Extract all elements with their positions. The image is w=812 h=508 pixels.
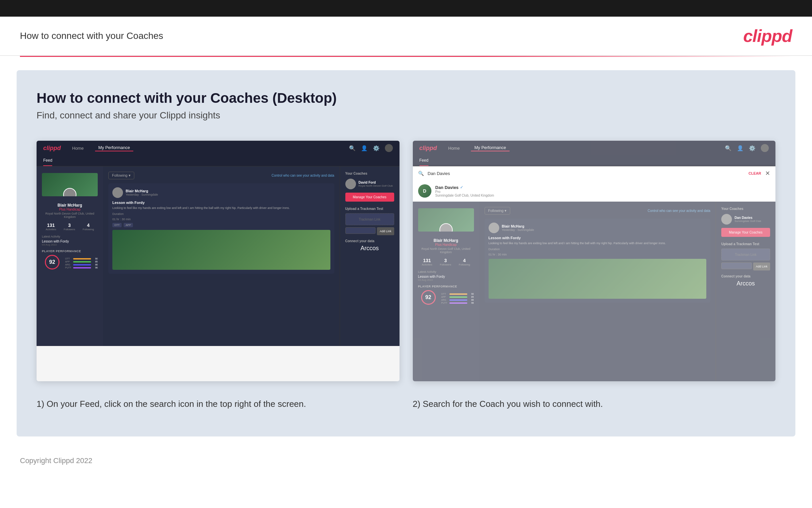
post-title: Lesson with Fordy [112, 201, 330, 205]
app-navbar: clippd Home My Performance 🔍 👤 ⚙️ [37, 141, 399, 155]
coach-avatar [345, 179, 356, 189]
perf-bars: OTT90 APP85 ARG86 PUTT96 [65, 257, 98, 269]
activity-date: 03 Aug 2022 [42, 243, 98, 246]
post-tags: OTT APP [112, 223, 330, 227]
post-image [112, 230, 330, 270]
manage-coaches-button-2: Manage Your Coaches [721, 228, 770, 237]
trackman-input[interactable] [345, 227, 376, 234]
trackman-input-2 [721, 262, 752, 269]
post-header: Blair McHarg Yesterday · Sunningdale [112, 187, 330, 198]
connect-title: Connect your data [345, 239, 394, 243]
followers-label: Followers [64, 228, 75, 231]
feed-panel: Following ▾ Control who can see your act… [103, 166, 340, 346]
search-bar-overlay: 🔍 CLEAR ✕ [413, 166, 776, 180]
nav-home[interactable]: Home [69, 146, 87, 151]
page-title: How to connect with your Coaches [20, 31, 163, 41]
step1-text: 1) On your Feed, click on the search ico… [37, 398, 399, 410]
add-link-button-2: Add Link [753, 262, 770, 270]
coaches-panel: Your Coaches David Ford Royal North Devo… [340, 166, 399, 346]
search-icon[interactable]: 🔍 [349, 145, 355, 152]
step2-text: 2) Search for the Coach you wish to conn… [413, 398, 776, 410]
coaches-panel-2: Your Coaches Dan Davies Sunningdale Golf… [716, 202, 775, 381]
coach-name: David Ford [359, 181, 393, 184]
feed-tab-bar: Feed [37, 155, 399, 166]
profile-club-2: Royal North Devon Golf Club, United King… [418, 247, 474, 254]
coach-item: David Ford Royal North Devon Golf Club [345, 179, 394, 189]
feed-post: Blair McHarg Yesterday · Sunningdale Les… [108, 183, 334, 274]
profile-handicap-2: Plus Handicap [418, 243, 474, 247]
profile-cover-2 [418, 208, 474, 231]
main-content: How to connect with your Coaches (Deskto… [17, 70, 795, 436]
profile-icon-2: 👤 [737, 145, 744, 152]
feed-post-2: Blair McHarg Yesterday · Sunningdale Les… [485, 219, 711, 303]
footer: Copyright Clippd 2022 [0, 450, 812, 472]
section-title: How to connect with your Coaches (Deskto… [37, 90, 775, 106]
post-author: Blair McHarg [126, 189, 158, 193]
post-body: Looking to feel like my hands are exitin… [112, 206, 330, 210]
section-subtitle: Find, connect and share your Clippd insi… [37, 110, 775, 121]
tag-off: OTT [112, 223, 122, 227]
following-count: 4 [83, 222, 94, 228]
following-label: Following [83, 228, 94, 231]
result-avatar: D [418, 184, 431, 198]
control-link[interactable]: Control who can see your activity and da… [272, 174, 334, 177]
profile-icon[interactable]: 👤 [361, 145, 368, 152]
coach-club-2: Sunningdale Golf Club [734, 220, 761, 222]
settings-icon-2: ⚙️ [749, 145, 756, 152]
search-result[interactable]: D Dan Davies ✓ Pro Sunningdale Golf Club… [413, 180, 776, 202]
result-role: Pro [435, 190, 494, 194]
nav-avatar[interactable] [385, 144, 393, 152]
search-overlay-container: 🔍 CLEAR ✕ D Dan Davies ✓ Pro Sunningdale… [413, 166, 776, 202]
profile-stats-2: 131Activities 3Followers 4Following [418, 258, 474, 266]
coach-club: Royal North Devon Golf Club [359, 184, 393, 187]
search-icon-overlay: 🔍 [418, 171, 424, 176]
post-meta: Yesterday · Sunningdale [126, 193, 158, 196]
search-icon-2: 🔍 [725, 145, 731, 152]
result-name-row: Dan Davies ✓ [435, 185, 494, 190]
following-button-2: Following ▾ [485, 207, 511, 215]
add-link-button[interactable]: Add Link [377, 227, 394, 235]
screenshot-2: clippd Home My Performance 🔍 👤 ⚙️ Feed 🔍 [413, 141, 776, 381]
app-logo-2: clippd [420, 145, 437, 152]
app-body: Blair McHarg Plus Handicap Royal North D… [37, 166, 399, 346]
screenshot-1: clippd Home My Performance 🔍 👤 ⚙️ Feed [37, 141, 399, 381]
accent-line [20, 56, 792, 57]
latest-activity-label: Latest Activity [42, 235, 98, 238]
feed-tab[interactable]: Feed [43, 155, 52, 166]
clippd-logo: clippd [743, 26, 792, 46]
verified-badge: ✓ [460, 185, 463, 189]
score-circle: 92 [45, 255, 59, 269]
top-bar [0, 0, 812, 17]
manage-coaches-button[interactable]: Manage Your Coaches [345, 193, 394, 202]
arccos-logo: Arccos [345, 245, 394, 252]
stat-followers: 3 Followers [64, 222, 75, 231]
stat-following: 4 Following [83, 222, 94, 231]
profile-name-2: Blair McHarg [418, 238, 474, 243]
coaches-title: Your Coaches [345, 172, 394, 175]
nav-icons: 🔍 👤 ⚙️ [349, 144, 393, 152]
header: How to connect with your Coaches clippd [0, 17, 812, 56]
close-button[interactable]: ✕ [765, 170, 770, 177]
profile-cover [42, 173, 98, 196]
activities-label: Activities [46, 228, 56, 231]
result-club: Sunningdale Golf Club, United Kingdom [435, 194, 494, 197]
stat-activities: 131 Activities [46, 222, 56, 231]
nav-my-performance[interactable]: My Performance [95, 145, 133, 152]
post-duration-value: 01 hr : 30 min [112, 218, 330, 221]
feed-panel-2: Following ▾ Control who can see your act… [479, 202, 716, 381]
app-navbar-2: clippd Home My Performance 🔍 👤 ⚙️ [413, 141, 776, 155]
app-body-2: Blair McHarg Plus Handicap Royal North D… [413, 202, 776, 381]
profile-panel-2: Blair McHarg Plus Handicap Royal North D… [413, 202, 479, 381]
nav-my-performance-2: My Performance [471, 145, 509, 152]
search-input[interactable] [428, 171, 745, 176]
post-duration: Duration [112, 212, 330, 216]
clear-button[interactable]: CLEAR [749, 171, 761, 175]
following-bar: Following ▾ Control who can see your act… [108, 172, 334, 179]
copyright: Copyright Clippd 2022 [20, 457, 92, 465]
tag-app: APP [124, 223, 133, 227]
nav-icons-2: 🔍 👤 ⚙️ [725, 144, 769, 152]
profile-club: Royal North Devon Golf Club, United King… [42, 212, 98, 219]
profile-panel: Blair McHarg Plus Handicap Royal North D… [37, 166, 103, 346]
following-button[interactable]: Following ▾ [108, 172, 134, 179]
settings-icon[interactable]: ⚙️ [373, 145, 380, 152]
